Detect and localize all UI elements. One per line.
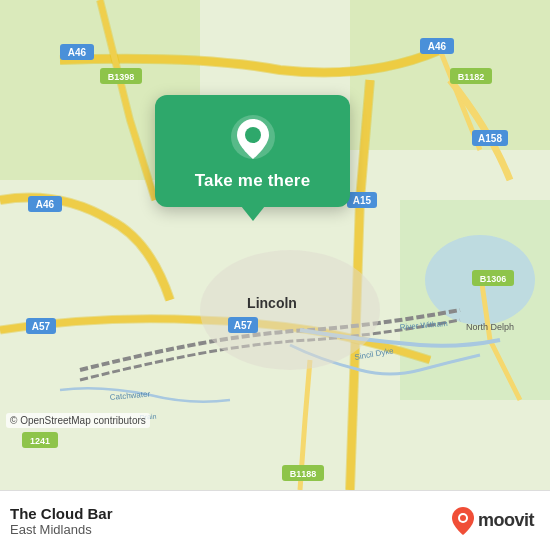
svg-point-39 <box>460 515 466 521</box>
location-pin-icon <box>229 113 277 161</box>
moovit-brand-text: moovit <box>478 510 534 531</box>
svg-text:1241: 1241 <box>30 436 50 446</box>
svg-text:A15: A15 <box>353 195 372 206</box>
svg-text:A57: A57 <box>32 321 51 332</box>
svg-text:North Delph: North Delph <box>466 322 514 332</box>
moovit-pin-icon <box>452 507 474 535</box>
popup-card: Take me there <box>155 95 350 207</box>
svg-text:B1398: B1398 <box>108 72 135 82</box>
svg-text:A46: A46 <box>428 41 447 52</box>
svg-text:A46: A46 <box>36 199 55 210</box>
place-region: East Midlands <box>10 522 113 537</box>
take-me-there-button[interactable]: Take me there <box>195 171 311 191</box>
svg-text:A57: A57 <box>234 320 253 331</box>
map-container: A46 A46 B1398 B1182 A158 A46 A15 A57 A57… <box>0 0 550 490</box>
svg-text:B1182: B1182 <box>458 72 485 82</box>
place-info: The Cloud Bar East Midlands <box>10 505 113 537</box>
moovit-logo: moovit <box>452 507 534 535</box>
svg-point-37 <box>245 127 261 143</box>
svg-text:B1188: B1188 <box>290 469 317 479</box>
map-attribution: © OpenStreetMap contributors <box>6 413 150 428</box>
place-name: The Cloud Bar <box>10 505 113 522</box>
bottom-bar: The Cloud Bar East Midlands moovit <box>0 490 550 550</box>
svg-text:Lincoln: Lincoln <box>247 295 297 311</box>
svg-text:A158: A158 <box>478 133 502 144</box>
svg-text:B1306: B1306 <box>480 274 507 284</box>
svg-text:A46: A46 <box>68 47 87 58</box>
